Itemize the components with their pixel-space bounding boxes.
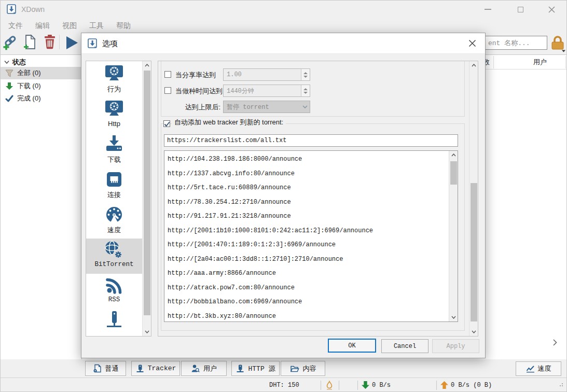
share-ratio-input[interactable]: 1.00 xyxy=(223,68,310,81)
globe-gear-icon xyxy=(104,240,125,260)
panel-scrollbar[interactable] xyxy=(469,61,478,336)
share-ratio-checkbox[interactable] xyxy=(164,71,171,78)
chevron-right-icon[interactable] xyxy=(553,339,557,347)
tree-header-label: 状态 xyxy=(12,58,26,67)
tab-tracker[interactable]: Tracker xyxy=(131,361,180,376)
menu-view[interactable]: 视图 xyxy=(59,20,80,32)
scrollbar-thumb[interactable] xyxy=(471,183,477,321)
sidebar-item-downloading[interactable]: 下载 (0) xyxy=(1,80,82,92)
scrollbar-thumb[interactable] xyxy=(144,71,150,315)
menu-file[interactable]: 文件 xyxy=(5,20,26,32)
device-icon xyxy=(104,310,125,331)
menu-tools[interactable]: 工具 xyxy=(86,20,107,32)
tracker-row[interactable]: http://aaa.army:8866/announce xyxy=(164,267,445,281)
nav-item-connection[interactable]: 连接 xyxy=(86,168,142,203)
tracker-row[interactable]: http://104.238.198.186:8000/announce xyxy=(164,152,445,166)
minimize-button[interactable] xyxy=(476,1,500,18)
ok-button[interactable]: OK xyxy=(328,339,376,353)
flame-icon[interactable] xyxy=(325,381,334,391)
play-icon xyxy=(63,35,79,50)
app-logo-icon xyxy=(7,4,17,15)
menu-edit[interactable]: 编辑 xyxy=(32,20,53,32)
nav-scrollbar[interactable] xyxy=(142,61,151,336)
check-icon xyxy=(5,94,13,103)
seed-time-checkbox[interactable] xyxy=(164,87,171,94)
scroll-down-icon[interactable] xyxy=(449,313,458,321)
auto-tracker-checkbox[interactable] xyxy=(163,120,170,127)
column-header-user[interactable]: 用户 xyxy=(523,58,557,67)
scroll-up-icon[interactable] xyxy=(143,61,151,69)
nav-item-partial[interactable] xyxy=(86,309,142,337)
filter-funnel-icon xyxy=(5,69,13,77)
limit-action-dropdown[interactable]: 暂停 torrent xyxy=(223,101,310,113)
sidebar-item-label: 完成 (0) xyxy=(17,94,41,103)
monitor-gear-icon xyxy=(104,63,125,84)
tracker-list-scrollbar[interactable] xyxy=(449,151,458,321)
nav-item-speed[interactable]: 速度 xyxy=(86,203,142,239)
tracker-list[interactable]: http://104.238.198.186:8000/announce htt… xyxy=(164,150,458,322)
scroll-down-icon[interactable] xyxy=(469,328,478,336)
apply-button[interactable]: Apply xyxy=(432,339,479,353)
user-search-icon xyxy=(191,364,200,373)
tracker-row[interactable]: http://bobbialbano.com:6969/announce xyxy=(164,295,445,309)
sidebar-item-completed[interactable]: 完成 (0) xyxy=(1,92,82,105)
add-link-button[interactable] xyxy=(3,34,19,51)
close-button[interactable] xyxy=(540,1,563,18)
nav-item-download[interactable]: 下载 xyxy=(86,133,142,168)
tracker-row[interactable]: http://1337.abcvg.info:80/announce xyxy=(164,167,445,181)
nav-item-rss[interactable]: RSS xyxy=(86,274,142,309)
tracker-row[interactable]: http://91.217.91.21:3218/announce xyxy=(164,209,445,223)
nav-label: BitTorrent xyxy=(86,261,142,268)
tab-content[interactable]: 内容 xyxy=(281,361,325,376)
tracker-url-input[interactable]: https://trackerslist.com/all.txt xyxy=(164,134,458,147)
tab-users[interactable]: 用户 xyxy=(181,361,227,376)
tab-general[interactable]: 普通 xyxy=(85,361,126,376)
tracker-row[interactable]: http://5rt.tace.ru:60889/announce xyxy=(164,181,445,195)
tracker-icon xyxy=(135,364,144,373)
dialog-close-button[interactable] xyxy=(468,39,478,49)
tab-http-source[interactable]: HTTP 源 xyxy=(231,361,280,376)
nav-label: 连接 xyxy=(86,190,142,200)
seed-time-input[interactable]: 1440分钟 xyxy=(223,85,310,97)
sidebar-item-label: 全部 (0) xyxy=(17,68,41,78)
scroll-up-icon[interactable] xyxy=(449,151,458,159)
tracker-row[interactable]: http://atrack.pow7.com:80/announce xyxy=(164,281,445,295)
sidebar-item-all[interactable]: 全部 (0) xyxy=(1,67,82,79)
xdown-window: XDown 文件 编辑 视图 工具 帮助 xyxy=(0,0,567,392)
scroll-down-icon[interactable] xyxy=(143,328,151,336)
cancel-button[interactable]: Cancel xyxy=(381,339,428,353)
nav-label: Http xyxy=(86,120,142,128)
tracker-row[interactable]: http://[2a04:ac00:1:3dd8::1:2710]:2710/a… xyxy=(164,253,445,267)
download-speed-icon xyxy=(361,381,370,391)
folder-open-icon xyxy=(290,365,299,373)
tracker-row[interactable]: http://78.30.254.12:2710/announce xyxy=(164,195,445,209)
maximize-button[interactable] xyxy=(509,1,532,18)
scroll-up-icon[interactable] xyxy=(469,61,478,69)
tracker-row[interactable]: http://[2001:470:1:189:0:1:2:3]:6969/ann… xyxy=(164,238,445,252)
nav-item-behavior[interactable]: 行为 xyxy=(86,62,142,97)
start-button[interactable] xyxy=(63,34,79,51)
tree-header[interactable]: 状态 xyxy=(1,57,26,68)
nav-item-bittorrent[interactable]: BitTorrent xyxy=(86,239,142,274)
sidebar-item-label: 下载 (0) xyxy=(17,81,41,91)
menu-help[interactable]: 帮助 xyxy=(113,20,134,32)
dialog-titlebar: 选项 xyxy=(81,33,485,54)
tracker-row[interactable]: http://[2001:1b10:1000:8101:0:242:ac11:2… xyxy=(164,224,445,238)
lock-button[interactable] xyxy=(549,35,566,52)
column-separator[interactable] xyxy=(493,56,494,68)
scrollbar-thumb[interactable] xyxy=(450,161,457,185)
speed-graph-button[interactable]: 速度 xyxy=(516,361,561,376)
tracker-row[interactable]: http://bt.3kb.xyz:80/announce xyxy=(164,310,445,323)
status-panel: 状态 全部 (0) 下载 (0) 完成 (0) xyxy=(1,54,82,359)
column-separator[interactable] xyxy=(565,56,566,68)
add-file-button[interactable] xyxy=(22,34,38,50)
spinner-buttons[interactable] xyxy=(301,69,310,80)
http-source-icon xyxy=(236,364,244,373)
dht-status: DHT: 150 xyxy=(269,382,299,389)
nav-item-http[interactable]: Http xyxy=(86,97,142,133)
add-file-icon xyxy=(22,34,38,50)
delete-button[interactable] xyxy=(42,34,58,50)
spinner-buttons[interactable] xyxy=(301,85,310,96)
tab-label: HTTP 源 xyxy=(248,364,275,373)
doc-gear-icon xyxy=(93,364,102,373)
